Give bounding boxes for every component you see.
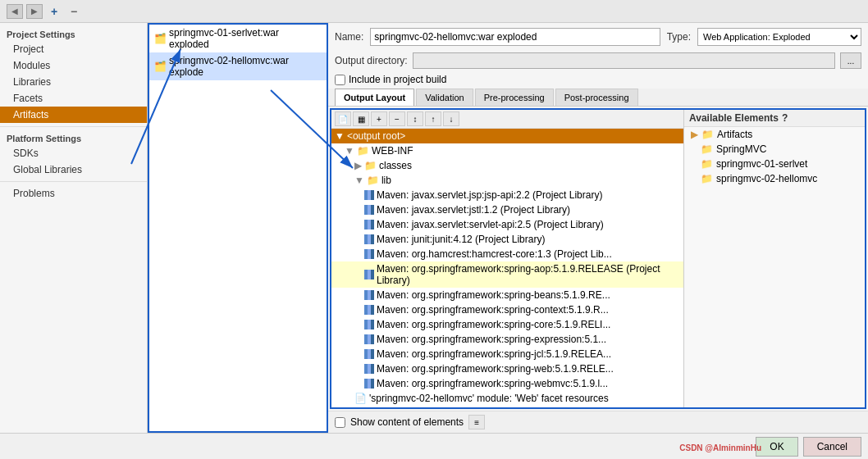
avail-folder-icon-img-3: 📁 xyxy=(701,158,713,170)
tree-node-m4[interactable]: Maven: junit:junit:4.12 (Project Library… xyxy=(331,232,683,247)
ok-button[interactable]: OK xyxy=(756,437,797,457)
facet-icon: 📄 xyxy=(354,393,367,404)
show-content-label: Show content of elements xyxy=(350,416,464,428)
lib-icon-m1 xyxy=(364,190,374,200)
forward-button[interactable]: ▶ xyxy=(26,4,43,19)
m10-label: Maven: org.springframework:spring-expres… xyxy=(377,334,606,345)
right-panel: Name: Type: Web Application: Exploded Ou… xyxy=(328,23,868,433)
sidebar-item-sdks[interactable]: SDKs xyxy=(0,145,147,161)
sidebar-divider xyxy=(0,126,147,127)
tree-node-m12[interactable]: Maven: org.springframework:spring-web:5.… xyxy=(331,361,683,376)
artifact-item-2[interactable]: 🗂️ springmvc-02-hellomvc:war explode xyxy=(149,52,327,80)
add-button[interactable]: + xyxy=(46,4,62,19)
available-header-label: Available Elements xyxy=(689,112,779,124)
m9-label: Maven: org.springframework:spring-core:5… xyxy=(377,319,610,330)
type-select[interactable]: Web Application: Exploded xyxy=(697,28,861,46)
name-input[interactable] xyxy=(370,28,660,46)
csdn-watermark: CSDN @AlminminHu xyxy=(679,443,761,452)
tree-up-btn[interactable]: ↑ xyxy=(425,111,441,126)
cancel-button[interactable]: Cancel xyxy=(803,437,861,457)
avail-label-3: springmvc-01-serlvet xyxy=(716,158,807,170)
artifact-icon-2: 🗂️ xyxy=(154,61,166,72)
tree-remove-btn[interactable]: − xyxy=(389,111,405,126)
browse-button[interactable]: ... xyxy=(840,52,861,69)
sidebar-item-project[interactable]: Project xyxy=(0,41,147,57)
sidebar-item-libraries[interactable]: Libraries xyxy=(0,74,147,90)
tree-panel: 📄 ▦ + − ↕ ↑ ↓ ▼ <output root> xyxy=(331,110,684,407)
tree-node-classes[interactable]: ▶ 📁 classes xyxy=(331,158,683,173)
remove-button[interactable]: − xyxy=(66,4,82,19)
tree-node-m10[interactable]: Maven: org.springframework:spring-expres… xyxy=(331,332,683,347)
tree-down-btn[interactable]: ↓ xyxy=(443,111,459,126)
tab-pre-processing[interactable]: Pre-processing xyxy=(475,89,554,106)
classes-chevron: ▶ xyxy=(354,160,362,171)
tree-node-m9[interactable]: Maven: org.springframework:spring-core:5… xyxy=(331,317,683,332)
tree-node-web-inf[interactable]: ▼ 📁 WEB-INF xyxy=(331,143,683,158)
artifact-item-1[interactable]: 🗂️ springmvc-01-serlvet:war exploded xyxy=(149,25,327,52)
include-checkbox[interactable] xyxy=(335,75,345,85)
tree-node-m6[interactable]: Maven: org.springframework:spring-aop:5.… xyxy=(331,261,683,288)
tree-root-node[interactable]: ▼ <output root> xyxy=(331,129,683,143)
output-dir-input[interactable] xyxy=(413,52,835,69)
m12-label: Maven: org.springframework:spring-web:5.… xyxy=(377,363,614,375)
m3-label: Maven: javax.servlet:servlet-api:2.5 (Pr… xyxy=(377,219,604,230)
tree-toolbar: 📄 ▦ + − ↕ ↑ ↓ xyxy=(331,110,683,129)
lib-label: lib xyxy=(381,175,391,186)
type-label: Type: xyxy=(667,31,691,43)
avail-item-1[interactable]: ▶ 📁 Artifacts xyxy=(684,127,865,142)
tabs-bar: Output Layout Validation Pre-processing … xyxy=(328,89,868,107)
show-content-checkbox[interactable] xyxy=(335,417,345,428)
sidebar-item-facets[interactable]: Facets xyxy=(0,90,147,107)
tree-grid-btn[interactable]: ▦ xyxy=(353,111,369,126)
tab-post-processing[interactable]: Post-processing xyxy=(555,89,638,106)
m2-label: Maven: javax.servlet:jstl:1.2 (Project L… xyxy=(377,204,570,216)
avail-item-4[interactable]: 📁 springmvc-02-hellomvc xyxy=(684,171,865,186)
lib-icon-m8 xyxy=(364,305,374,315)
avail-folder-icon-1: ▶ xyxy=(691,129,698,140)
tree-node-m11[interactable]: Maven: org.springframework:spring-jcl:5.… xyxy=(331,347,683,361)
sidebar-item-artifacts[interactable]: Artifacts xyxy=(0,107,147,123)
tree-sort-btn[interactable]: ↕ xyxy=(407,111,423,126)
tree-add-btn[interactable]: + xyxy=(371,111,387,126)
tree-nav-btn[interactable]: 📄 xyxy=(335,111,351,126)
tree-node-m8[interactable]: Maven: org.springframework:spring-contex… xyxy=(331,302,683,317)
tree-node-m7[interactable]: Maven: org.springframework:spring-beans:… xyxy=(331,288,683,302)
available-panel: Available Elements ? ▶ 📁 Artifacts 📁 Spr… xyxy=(684,110,865,407)
m5-label: Maven: org.hamcrest:hamcrest-core:1.3 (P… xyxy=(377,248,612,260)
avail-item-2[interactable]: 📁 SpringMVC xyxy=(684,142,865,157)
tab-validation[interactable]: Validation xyxy=(416,89,473,106)
bottom-bar: Show content of elements ≡ xyxy=(328,411,868,433)
name-row: Name: Type: Web Application: Exploded xyxy=(328,23,868,51)
tree-node-m13[interactable]: Maven: org.springframework:spring-webmvc… xyxy=(331,376,683,391)
root-label: <output root> xyxy=(347,130,405,142)
folder-icon-classes: 📁 xyxy=(364,160,377,171)
tree-node-m3[interactable]: Maven: javax.servlet:servlet-api:2.5 (Pr… xyxy=(331,217,683,232)
root-chevron: ▼ xyxy=(335,130,345,142)
avail-item-3[interactable]: 📁 springmvc-01-serlvet xyxy=(684,157,865,171)
output-dir-row: Output directory: ... xyxy=(328,51,868,70)
facet-label: 'springmvc-02-hellomvc' module: 'Web' fa… xyxy=(369,393,609,404)
tab-output-layout[interactable]: Output Layout xyxy=(335,89,414,106)
sidebar-divider-2 xyxy=(0,181,147,182)
show-content-icon-btn[interactable]: ≡ xyxy=(468,415,485,429)
main-content: Project Settings Project Modules Librari… xyxy=(0,23,868,433)
tree-node-m1[interactable]: Maven: javax.servlet.jsp:jsp-api:2.2 (Pr… xyxy=(331,188,683,202)
sidebar-item-global-libraries[interactable]: Global Libraries xyxy=(0,161,147,178)
m13-label: Maven: org.springframework:spring-webmvc… xyxy=(377,378,608,389)
tree-node-facet[interactable]: 📄 'springmvc-02-hellomvc' module: 'Web' … xyxy=(331,391,683,406)
tree-node-m2[interactable]: Maven: javax.servlet:jstl:1.2 (Project L… xyxy=(331,202,683,217)
sidebar-item-modules[interactable]: Modules xyxy=(0,57,147,74)
output-layout-content: 📄 ▦ + − ↕ ↑ ↓ ▼ <output root> xyxy=(330,108,866,409)
artifact-label-1: springmvc-01-serlvet:war exploded xyxy=(169,27,322,50)
sidebar-item-problems[interactable]: Problems xyxy=(0,185,147,202)
folder-icon-web-inf: 📁 xyxy=(357,145,369,157)
avail-label-4: springmvc-02-hellomvc xyxy=(716,173,817,184)
avail-folder-icon-img-4: 📁 xyxy=(701,173,713,184)
back-button[interactable]: ◀ xyxy=(7,4,23,19)
tree-node-lib[interactable]: ▼ 📁 lib xyxy=(331,173,683,188)
tree-node-m5[interactable]: Maven: org.hamcrest:hamcrest-core:1.3 (P… xyxy=(331,247,683,261)
web-inf-label: WEB-INF xyxy=(372,145,413,157)
classes-label: classes xyxy=(379,160,412,171)
help-icon[interactable]: ? xyxy=(782,112,788,124)
m8-label: Maven: org.springframework:spring-contex… xyxy=(377,304,609,316)
